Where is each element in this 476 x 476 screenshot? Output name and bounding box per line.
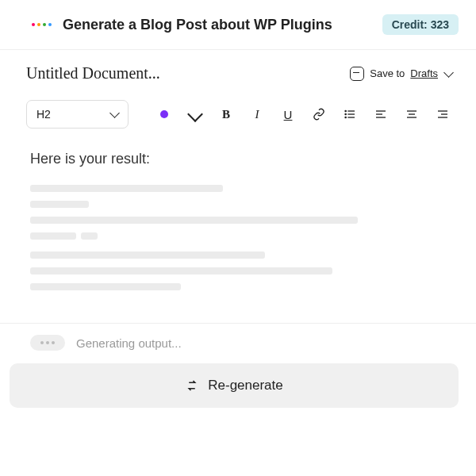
chevron-down-icon xyxy=(109,108,120,118)
credit-badge: Credit: 323 xyxy=(382,14,459,35)
result-heading: Here is your result: xyxy=(30,151,450,167)
skeleton-placeholder xyxy=(30,185,450,290)
swap-icon xyxy=(185,378,199,393)
svg-point-4 xyxy=(345,113,346,114)
heading-format-select[interactable]: H2 xyxy=(26,100,129,129)
highlight-button[interactable] xyxy=(188,107,202,121)
regenerate-label: Re-generate xyxy=(208,378,283,393)
page-title: Generate a Blog Post about WP Plugins xyxy=(63,17,332,33)
bold-button[interactable]: B xyxy=(219,107,233,121)
brush-icon xyxy=(187,106,203,122)
align-left-button[interactable] xyxy=(374,107,388,121)
text-color-button[interactable] xyxy=(157,107,171,121)
document-title[interactable]: Untitled Document... xyxy=(26,64,160,83)
app-logo-dots xyxy=(32,23,52,26)
color-dot-icon xyxy=(160,110,168,118)
align-center-button[interactable] xyxy=(405,107,419,121)
generating-status: Generating output... xyxy=(76,336,182,350)
italic-button[interactable]: I xyxy=(250,107,264,121)
format-value: H2 xyxy=(36,108,51,121)
chevron-down-icon xyxy=(443,67,454,78)
loading-dots-icon xyxy=(30,335,65,351)
svg-point-5 xyxy=(345,117,346,117)
save-label: Save to xyxy=(370,67,405,79)
underline-button[interactable]: U xyxy=(281,107,295,121)
list-button[interactable] xyxy=(343,107,357,121)
drafts-label: Drafts xyxy=(410,67,438,79)
save-to-drafts-button[interactable]: Save to Drafts xyxy=(350,67,452,81)
svg-point-3 xyxy=(345,110,346,111)
folder-icon xyxy=(350,67,364,81)
link-button[interactable] xyxy=(312,107,326,121)
regenerate-button[interactable]: Re-generate xyxy=(10,363,459,408)
align-right-button[interactable] xyxy=(436,107,450,121)
